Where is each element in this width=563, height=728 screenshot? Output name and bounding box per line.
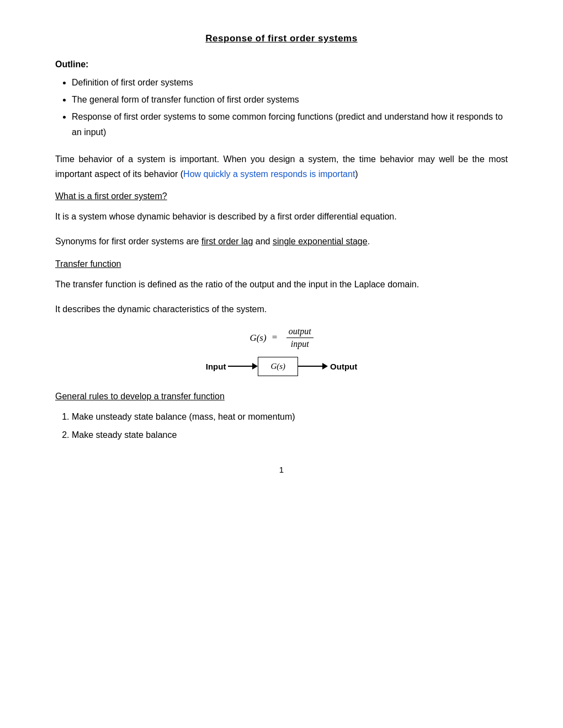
transfer-function-definition: The transfer function is defined as the … (55, 277, 508, 292)
equals-sign: = (272, 332, 278, 342)
math-gs: G(s) (249, 332, 266, 342)
outline-label: Outline: (55, 60, 508, 69)
output-arrow-line (298, 366, 322, 367)
block-diagram: Input G(s) Output (55, 357, 508, 376)
math-equation: G(s) = output input (55, 326, 508, 349)
list-item-2: Make steady state balance (72, 427, 508, 443)
dynamic-characteristics-paragraph: It describes the dynamic characteristics… (55, 302, 508, 317)
input-arrow (228, 363, 258, 370)
list-item: Response of first order systems to some … (72, 109, 508, 139)
math-fraction: output input (286, 326, 314, 349)
transfer-function-box: G(s) (258, 357, 298, 376)
diagram-output-label: Output (330, 362, 357, 371)
math-denominator: input (289, 338, 311, 349)
synonyms-end: . (368, 237, 370, 246)
para1-highlight: How quickly a system responds is importa… (183, 169, 355, 179)
diagram-input-label: Input (206, 362, 226, 371)
outline-list: Definition of first order systems The ge… (55, 75, 508, 140)
what-is-first-order-heading: What is a first order system? (55, 191, 508, 201)
synonyms-paragraph: Synonyms for first order systems are fir… (55, 234, 508, 249)
list-item: Definition of first order systems (72, 75, 508, 90)
first-order-definition-paragraph: It is a system whose dynamic behavior is… (55, 209, 508, 224)
synonyms-start: Synonyms for first order systems are (55, 237, 201, 246)
general-rules-list: Make unsteady state balance (mass, heat … (55, 409, 508, 443)
time-behavior-paragraph: Time behavior of a system is important. … (55, 152, 508, 181)
output-arrow (298, 363, 328, 370)
list-item: The general form of transfer function of… (72, 92, 508, 107)
transfer-function-heading: Transfer function (55, 259, 508, 269)
para1-end: ) (355, 169, 358, 179)
input-arrowhead (252, 363, 258, 370)
input-arrow-line (228, 366, 252, 367)
single-exponential-stage: single exponential stage (273, 237, 368, 246)
page-number: 1 (55, 465, 508, 474)
first-order-lag: first order lag (201, 237, 253, 246)
synonyms-middle: and (253, 237, 273, 246)
output-arrowhead (322, 363, 328, 370)
general-rules-heading: General rules to develop a transfer func… (55, 392, 508, 402)
page-title: Response of first order systems (55, 33, 508, 44)
list-item-1: Make unsteady state balance (mass, heat … (72, 409, 508, 425)
math-numerator: output (286, 326, 314, 338)
